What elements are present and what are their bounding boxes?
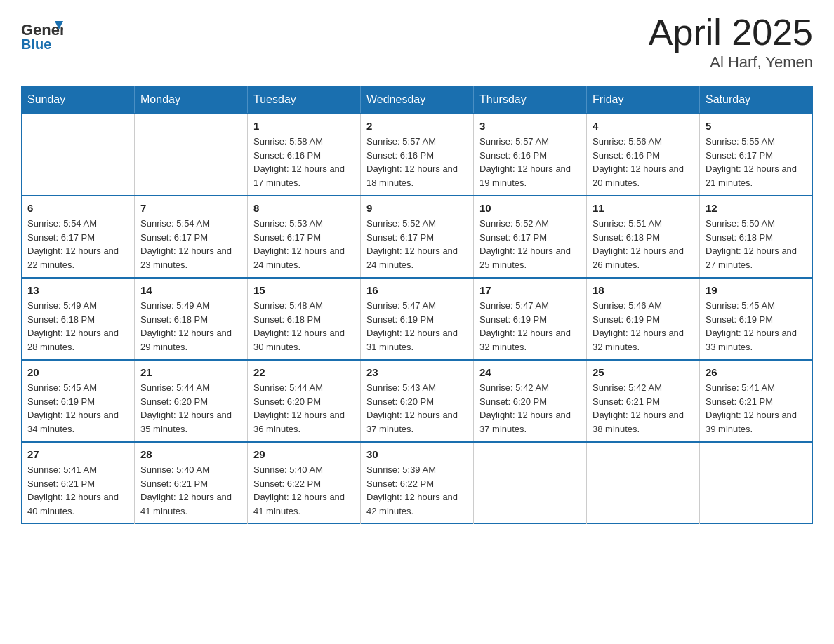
col-tuesday: Tuesday (248, 86, 361, 114)
day-info: Sunrise: 5:40 AMSunset: 6:22 PMDaylight:… (253, 463, 355, 518)
day-number: 18 (593, 284, 694, 296)
day-number: 2 (366, 120, 468, 132)
col-saturday: Saturday (700, 86, 813, 114)
day-info: Sunrise: 5:42 AMSunset: 6:20 PMDaylight:… (479, 381, 581, 436)
table-row (135, 114, 248, 196)
table-row: 6Sunrise: 5:54 AMSunset: 6:17 PMDaylight… (22, 196, 135, 278)
calendar-week-row: 13Sunrise: 5:49 AMSunset: 6:18 PMDayligh… (22, 278, 813, 360)
day-info: Sunrise: 5:52 AMSunset: 6:17 PMDaylight:… (479, 217, 581, 271)
day-number: 10 (479, 202, 581, 214)
day-number: 21 (140, 366, 241, 378)
day-number: 4 (593, 120, 694, 132)
day-number: 28 (140, 448, 241, 460)
table-row (587, 442, 700, 524)
day-number: 12 (706, 202, 807, 214)
day-info: Sunrise: 5:54 AMSunset: 6:17 PMDaylight:… (27, 217, 128, 271)
table-row: 7Sunrise: 5:54 AMSunset: 6:17 PMDaylight… (135, 196, 248, 278)
day-info: Sunrise: 5:47 AMSunset: 6:19 PMDaylight:… (479, 299, 581, 354)
table-row (22, 114, 135, 196)
day-number: 29 (253, 448, 355, 460)
day-number: 17 (479, 284, 581, 296)
day-number: 23 (366, 366, 468, 378)
table-row: 17Sunrise: 5:47 AMSunset: 6:19 PMDayligh… (474, 278, 587, 360)
col-monday: Monday (135, 86, 248, 114)
table-row: 25Sunrise: 5:42 AMSunset: 6:21 PMDayligh… (587, 360, 700, 442)
day-info: Sunrise: 5:51 AMSunset: 6:18 PMDaylight:… (593, 217, 694, 271)
day-info: Sunrise: 5:49 AMSunset: 6:18 PMDaylight:… (27, 299, 128, 354)
day-info: Sunrise: 5:43 AMSunset: 6:20 PMDaylight:… (366, 381, 468, 436)
logo: General Blue (21, 14, 63, 53)
calendar-week-row: 27Sunrise: 5:41 AMSunset: 6:21 PMDayligh… (22, 442, 813, 524)
table-row: 23Sunrise: 5:43 AMSunset: 6:20 PMDayligh… (361, 360, 474, 442)
table-row: 8Sunrise: 5:53 AMSunset: 6:17 PMDaylight… (248, 196, 361, 278)
day-number: 15 (253, 284, 355, 296)
day-number: 8 (253, 202, 355, 214)
day-number: 11 (593, 202, 694, 214)
day-info: Sunrise: 5:58 AMSunset: 6:16 PMDaylight:… (253, 135, 355, 189)
day-number: 13 (27, 284, 128, 296)
day-info: Sunrise: 5:57 AMSunset: 6:16 PMDaylight:… (366, 135, 468, 189)
day-info: Sunrise: 5:54 AMSunset: 6:17 PMDaylight:… (140, 217, 241, 271)
table-row: 24Sunrise: 5:42 AMSunset: 6:20 PMDayligh… (474, 360, 587, 442)
day-info: Sunrise: 5:41 AMSunset: 6:21 PMDaylight:… (27, 463, 128, 518)
calendar-week-row: 6Sunrise: 5:54 AMSunset: 6:17 PMDaylight… (22, 196, 813, 278)
day-info: Sunrise: 5:44 AMSunset: 6:20 PMDaylight:… (253, 381, 355, 436)
day-number: 5 (706, 120, 807, 132)
table-row: 28Sunrise: 5:40 AMSunset: 6:21 PMDayligh… (135, 442, 248, 524)
table-row: 21Sunrise: 5:44 AMSunset: 6:20 PMDayligh… (135, 360, 248, 442)
table-row: 19Sunrise: 5:45 AMSunset: 6:19 PMDayligh… (700, 278, 813, 360)
day-info: Sunrise: 5:56 AMSunset: 6:16 PMDaylight:… (593, 135, 694, 189)
day-number: 14 (140, 284, 241, 296)
table-row: 1Sunrise: 5:58 AMSunset: 6:16 PMDaylight… (248, 114, 361, 196)
table-row: 29Sunrise: 5:40 AMSunset: 6:22 PMDayligh… (248, 442, 361, 524)
day-number: 25 (593, 366, 694, 378)
table-row: 10Sunrise: 5:52 AMSunset: 6:17 PMDayligh… (474, 196, 587, 278)
day-info: Sunrise: 5:42 AMSunset: 6:21 PMDaylight:… (593, 381, 694, 436)
table-row: 3Sunrise: 5:57 AMSunset: 6:16 PMDaylight… (474, 114, 587, 196)
calendar-table: Sunday Monday Tuesday Wednesday Thursday… (21, 86, 813, 524)
day-info: Sunrise: 5:50 AMSunset: 6:18 PMDaylight:… (706, 217, 807, 271)
table-row: 16Sunrise: 5:47 AMSunset: 6:19 PMDayligh… (361, 278, 474, 360)
day-number: 22 (253, 366, 355, 378)
table-row: 30Sunrise: 5:39 AMSunset: 6:22 PMDayligh… (361, 442, 474, 524)
day-number: 26 (706, 366, 807, 378)
day-info: Sunrise: 5:49 AMSunset: 6:18 PMDaylight:… (140, 299, 241, 354)
table-row: 20Sunrise: 5:45 AMSunset: 6:19 PMDayligh… (22, 360, 135, 442)
col-wednesday: Wednesday (361, 86, 474, 114)
day-info: Sunrise: 5:46 AMSunset: 6:19 PMDaylight:… (593, 299, 694, 354)
calendar-week-row: 20Sunrise: 5:45 AMSunset: 6:19 PMDayligh… (22, 360, 813, 442)
day-number: 9 (366, 202, 468, 214)
col-thursday: Thursday (474, 86, 587, 114)
table-row: 2Sunrise: 5:57 AMSunset: 6:16 PMDaylight… (361, 114, 474, 196)
table-row: 22Sunrise: 5:44 AMSunset: 6:20 PMDayligh… (248, 360, 361, 442)
title-block: April 2025 Al Harf, Yemen (649, 14, 813, 72)
day-info: Sunrise: 5:55 AMSunset: 6:17 PMDaylight:… (706, 135, 807, 189)
table-row: 14Sunrise: 5:49 AMSunset: 6:18 PMDayligh… (135, 278, 248, 360)
day-info: Sunrise: 5:40 AMSunset: 6:21 PMDaylight:… (140, 463, 241, 518)
day-number: 7 (140, 202, 241, 214)
table-row: 12Sunrise: 5:50 AMSunset: 6:18 PMDayligh… (700, 196, 813, 278)
logo-icon: General Blue (21, 14, 63, 53)
day-number: 1 (253, 120, 355, 132)
day-info: Sunrise: 5:45 AMSunset: 6:19 PMDaylight:… (27, 381, 128, 436)
day-info: Sunrise: 5:48 AMSunset: 6:18 PMDaylight:… (253, 299, 355, 354)
page-title: April 2025 (649, 14, 813, 51)
table-row: 13Sunrise: 5:49 AMSunset: 6:18 PMDayligh… (22, 278, 135, 360)
table-row: 4Sunrise: 5:56 AMSunset: 6:16 PMDaylight… (587, 114, 700, 196)
day-info: Sunrise: 5:41 AMSunset: 6:21 PMDaylight:… (706, 381, 807, 436)
day-number: 16 (366, 284, 468, 296)
col-friday: Friday (587, 86, 700, 114)
day-number: 20 (27, 366, 128, 378)
calendar-header-row: Sunday Monday Tuesday Wednesday Thursday… (22, 86, 813, 114)
day-info: Sunrise: 5:39 AMSunset: 6:22 PMDaylight:… (366, 463, 468, 518)
table-row: 5Sunrise: 5:55 AMSunset: 6:17 PMDaylight… (700, 114, 813, 196)
table-row (474, 442, 587, 524)
day-number: 6 (27, 202, 128, 214)
calendar-week-row: 1Sunrise: 5:58 AMSunset: 6:16 PMDaylight… (22, 114, 813, 196)
day-info: Sunrise: 5:44 AMSunset: 6:20 PMDaylight:… (140, 381, 241, 436)
page-subtitle: Al Harf, Yemen (649, 53, 813, 72)
day-number: 19 (706, 284, 807, 296)
day-number: 27 (27, 448, 128, 460)
day-info: Sunrise: 5:47 AMSunset: 6:19 PMDaylight:… (366, 299, 468, 354)
table-row: 9Sunrise: 5:52 AMSunset: 6:17 PMDaylight… (361, 196, 474, 278)
